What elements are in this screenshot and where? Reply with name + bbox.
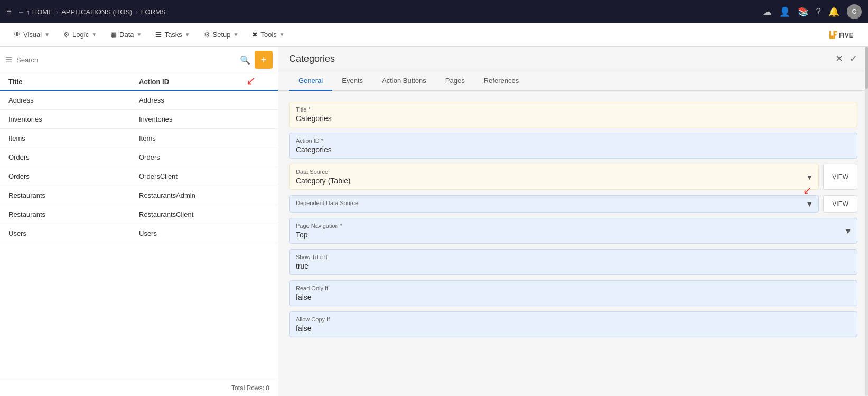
action-id-field-group: Action ID * Categories bbox=[289, 133, 857, 159]
help-icon[interactable]: ? bbox=[816, 6, 821, 17]
table-row[interactable]: RestaurantsRestaurantsAdmin bbox=[0, 186, 278, 205]
data-menu[interactable]: ▦ Data ▼ bbox=[105, 29, 147, 41]
title-value: Categories bbox=[296, 114, 332, 123]
visual-icon: 👁 bbox=[14, 31, 21, 39]
table-body: AddressAddressInventoriesInventoriesItem… bbox=[0, 91, 278, 380]
five-logo-svg: FIVE bbox=[828, 29, 860, 41]
show-title-value: true bbox=[296, 262, 309, 270]
back-button[interactable]: ← bbox=[17, 8, 24, 16]
dependent-view-button[interactable]: VIEW bbox=[823, 195, 857, 213]
avatar[interactable]: C bbox=[847, 4, 862, 19]
visual-menu[interactable]: 👁 Visual ▼ bbox=[8, 29, 55, 41]
data-label: Data bbox=[119, 31, 134, 39]
form-area: Title * Categories Action ID * Categorie… bbox=[278, 91, 868, 396]
table-row[interactable]: OrdersOrders bbox=[0, 148, 278, 167]
tools-menu[interactable]: ✖ Tools ▼ bbox=[247, 29, 290, 41]
tasks-label: Tasks bbox=[164, 31, 182, 39]
action-id-field[interactable]: Action ID * Categories bbox=[289, 133, 857, 159]
title-field[interactable]: Title * Categories bbox=[289, 102, 857, 127]
data-source-field[interactable]: Data Source Category (Table) ▼ ↙ bbox=[289, 164, 819, 190]
setup-icon: ⚙ bbox=[204, 31, 210, 39]
table-row[interactable]: AddressAddress bbox=[0, 91, 278, 110]
scrollbar-thumb[interactable] bbox=[865, 47, 868, 89]
allow-copy-group: Allow Copy If false bbox=[289, 311, 857, 337]
scrollbar[interactable] bbox=[865, 47, 868, 396]
sep1: › bbox=[56, 8, 58, 16]
logic-menu[interactable]: ⚙ Logic ▼ bbox=[58, 29, 102, 41]
sep2: › bbox=[135, 8, 137, 16]
tab-references[interactable]: References bbox=[474, 71, 528, 91]
show-title-field[interactable]: Show Title If true bbox=[289, 249, 857, 275]
row-action-id: Address bbox=[139, 96, 269, 104]
col-title-header: Title bbox=[8, 78, 139, 86]
add-button[interactable]: + bbox=[255, 51, 273, 69]
table-header: Title Action ID bbox=[0, 73, 278, 91]
logic-label: Logic bbox=[72, 31, 89, 39]
row-title: Orders bbox=[8, 172, 139, 180]
tab-pages[interactable]: Pages bbox=[436, 71, 474, 91]
tab-general[interactable]: General bbox=[289, 71, 332, 91]
page-navigation-group: Page Navigation * Top ▼ bbox=[289, 218, 857, 244]
read-only-value: false bbox=[296, 293, 312, 301]
search-bar: ☰ 🔍 + ↙ bbox=[0, 47, 278, 73]
up-button[interactable]: ↑ bbox=[26, 8, 30, 16]
data-source-view-button[interactable]: VIEW bbox=[823, 164, 857, 190]
row-action-id: Users bbox=[139, 229, 269, 237]
data-source-label: Data Source bbox=[296, 169, 812, 175]
table-row[interactable]: InventoriesInventories bbox=[0, 110, 278, 129]
row-action-id: RestaurantsAdmin bbox=[139, 191, 269, 199]
search-input[interactable] bbox=[16, 56, 236, 64]
bell-icon[interactable]: 🔔 bbox=[828, 6, 839, 17]
forms-link[interactable]: FORMS bbox=[141, 8, 166, 16]
filter-icon[interactable]: ☰ bbox=[5, 55, 12, 65]
top-bar: ≡ ← ↑ HOME › APPLICATIONS (ROS) › FORMS … bbox=[0, 0, 868, 23]
setup-label: Setup bbox=[213, 31, 231, 39]
dependent-data-source-field[interactable]: Dependent Data Source ▼ bbox=[289, 195, 819, 213]
five-logo: FIVE bbox=[828, 29, 860, 41]
page-navigation-field[interactable]: Page Navigation * Top ▼ bbox=[289, 218, 857, 244]
read-only-label: Read Only If bbox=[296, 285, 851, 291]
right-panel: Categories ✕ ✓ General Events Action But… bbox=[278, 47, 868, 396]
row-title: Restaurants bbox=[8, 191, 139, 199]
confirm-button[interactable]: ✓ bbox=[850, 53, 857, 65]
row-action-id: RestaurantsClient bbox=[139, 210, 269, 218]
tabs: General Events Action Buttons Pages Refe… bbox=[278, 71, 868, 91]
second-bar: 👁 Visual ▼ ⚙ Logic ▼ ▦ Data ▼ ☰ Tasks ▼ … bbox=[0, 23, 868, 47]
row-title: Address bbox=[8, 96, 139, 104]
visual-label: Visual bbox=[23, 31, 42, 39]
tasks-menu[interactable]: ☰ Tasks ▼ bbox=[150, 29, 195, 41]
dependent-data-source-label: Dependent Data Source bbox=[296, 200, 812, 206]
data-source-value: Category (Table) bbox=[296, 177, 351, 185]
row-title: Inventories bbox=[8, 115, 139, 123]
row-action-id: Items bbox=[139, 134, 269, 142]
close-button[interactable]: ✕ bbox=[835, 53, 843, 65]
panel-title: Categories bbox=[289, 53, 835, 65]
read-only-field[interactable]: Read Only If false bbox=[289, 280, 857, 306]
home-link[interactable]: HOME bbox=[32, 8, 53, 16]
page-navigation-value: Top bbox=[296, 231, 308, 239]
visual-arrow: ▼ bbox=[44, 32, 50, 38]
table-row[interactable]: UsersUsers bbox=[0, 224, 278, 243]
tab-events[interactable]: Events bbox=[332, 71, 372, 91]
table-row[interactable]: ItemsItems bbox=[0, 129, 278, 148]
header-actions: ✕ ✓ bbox=[835, 53, 857, 65]
data-source-field-group: Data Source Category (Table) ▼ ↙ VIEW bbox=[289, 164, 857, 190]
books-icon[interactable]: 📚 bbox=[798, 6, 809, 17]
allow-copy-value: false bbox=[296, 324, 312, 333]
tab-action-buttons[interactable]: Action Buttons bbox=[372, 71, 436, 91]
menu-icon[interactable]: ≡ bbox=[6, 7, 11, 16]
allow-copy-field[interactable]: Allow Copy If false bbox=[289, 311, 857, 337]
table-row[interactable]: OrdersOrdersClient bbox=[0, 167, 278, 186]
setup-menu[interactable]: ⚙ Setup ▼ bbox=[199, 29, 244, 41]
data-arrow: ▼ bbox=[137, 32, 142, 38]
tools-icon: ✖ bbox=[252, 31, 258, 39]
tools-arrow: ▼ bbox=[279, 32, 285, 38]
search-icon[interactable]: 🔍 bbox=[240, 55, 250, 65]
top-right-icons: ☁ 👤 📚 ? 🔔 C bbox=[763, 4, 862, 19]
col-action-id-header: Action ID bbox=[139, 78, 269, 86]
user-icon[interactable]: 👤 bbox=[779, 6, 790, 17]
action-id-label: Action ID * bbox=[296, 137, 851, 144]
cloud-icon[interactable]: ☁ bbox=[763, 6, 772, 17]
applications-link[interactable]: APPLICATIONS (ROS) bbox=[61, 8, 132, 16]
table-row[interactable]: RestaurantsRestaurantsClient bbox=[0, 205, 278, 224]
